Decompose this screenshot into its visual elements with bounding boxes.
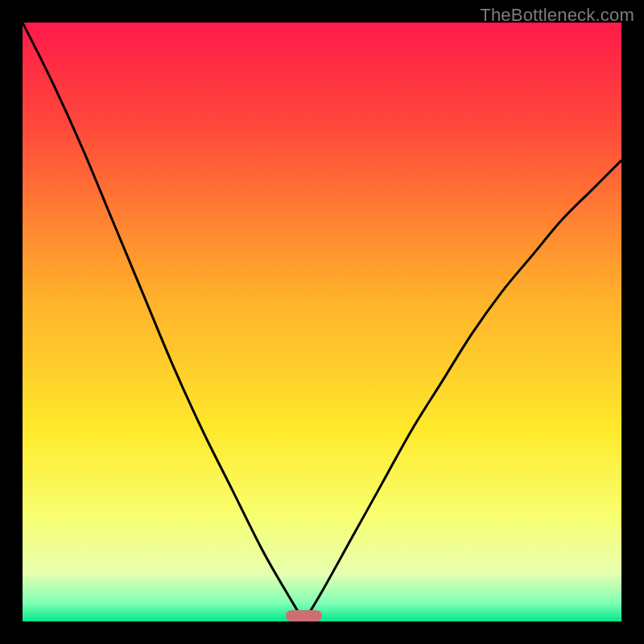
plot-area (23, 23, 621, 621)
curves-layer (23, 23, 621, 621)
watermark-text: TheBottleneck.com (480, 5, 634, 26)
left-curve (23, 23, 304, 621)
right-curve (304, 160, 621, 621)
optimum-marker (286, 610, 322, 621)
outer-frame: TheBottleneck.com (0, 0, 644, 644)
